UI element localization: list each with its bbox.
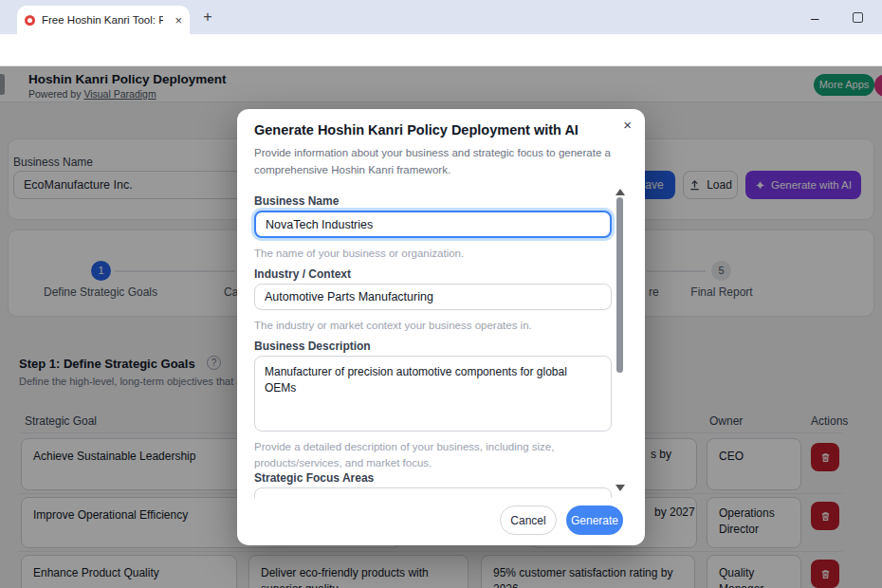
browser-toolbar: → ↻ ai-toolbox.visual-paradigm.com/app/h… [0, 34, 882, 66]
modal-focus-areas-label: Strategic Focus Areas [254, 471, 374, 485]
modal-focus-areas-input[interactable] [254, 487, 612, 498]
modal-industry-label: Industry / Context [254, 267, 351, 281]
generate-button[interactable]: Generate [566, 505, 623, 535]
modal-business-name-helper: The name of your business or organizatio… [254, 246, 464, 262]
modal-industry-input[interactable] [254, 284, 612, 310]
modal-scroll-body: Business Name The name of your business … [237, 185, 634, 498]
modal-description-label: Business Description [254, 340, 371, 353]
tab-title: Free Hoshin Kanri Tool: Plan & [42, 14, 163, 26]
site-favicon-icon [25, 15, 35, 26]
modal-close-icon[interactable]: × [623, 117, 632, 133]
browser-tab-strip: Free Hoshin Kanri Tool: Plan & × + – [0, 0, 882, 34]
modal-description-textarea[interactable]: Manufacturer of precision automotive com… [254, 356, 612, 432]
new-tab-button[interactable]: + [197, 8, 218, 28]
browser-tab[interactable]: Free Hoshin Kanri Tool: Plan & × [17, 6, 190, 34]
modal-industry-helper: The industry or market context your busi… [254, 318, 532, 334]
modal-subtitle: Provide information about your business … [254, 145, 615, 179]
modal-business-name-label: Business Name [254, 194, 339, 208]
screen: Free Hoshin Kanri Tool: Plan & × + – → ↻… [0, 0, 882, 588]
cancel-button[interactable]: Cancel [500, 505, 557, 535]
window-maximize-button[interactable] [853, 12, 863, 23]
scrollbar-up-arrow[interactable] [616, 189, 625, 195]
generate-ai-modal: Generate Hoshin Kanri Policy Deployment … [237, 109, 645, 545]
modal-title: Generate Hoshin Kanri Policy Deployment … [254, 122, 579, 138]
modal-description-text: Manufacturer of precision automotive com… [265, 365, 567, 395]
window-minimize-button[interactable]: – [811, 9, 818, 26]
scrollbar-down-arrow[interactable] [616, 485, 625, 491]
scrollbar-thumb[interactable] [616, 197, 623, 373]
modal-description-helper: Provide a detailed description of your b… [254, 439, 572, 470]
tab-close-icon[interactable]: × [175, 13, 182, 28]
modal-business-name-input[interactable] [254, 211, 612, 238]
